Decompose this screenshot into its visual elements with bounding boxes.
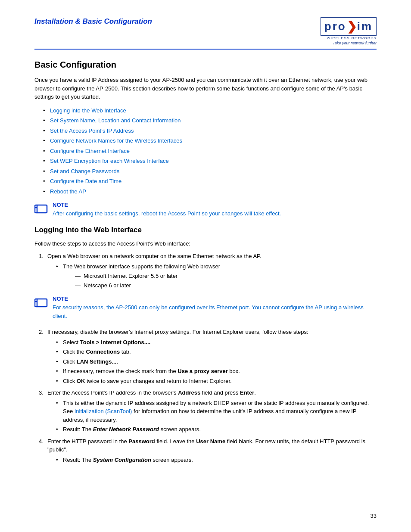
list-item: This is either the dynamic IP address as…: [56, 399, 377, 424]
link-initialization[interactable]: Initialization (ScanTool): [75, 408, 132, 414]
list-item: Set WEP Encryption for each Wireless Int…: [43, 157, 377, 165]
list-item: Microsoft Internet Explorer 5.5 or later: [75, 272, 377, 280]
step-num: 3.: [39, 389, 44, 397]
logo-text-pro: pro: [324, 20, 346, 33]
note-label-1: NOTE: [53, 202, 281, 208]
sub-list: This is either the dynamic IP address as…: [56, 399, 377, 434]
sub-list: Select Tools > Internet Options.... Clic…: [56, 338, 377, 386]
list-item: Click the Connections tab.: [56, 348, 377, 356]
logging-intro: Follow these steps to access the Access …: [34, 240, 377, 248]
link-logging[interactable]: Logging into the Web Interface: [50, 107, 126, 114]
logo-wireless: WIRELESS NETWORKS: [327, 36, 377, 40]
chapter-title: Installation & Basic Configuration: [34, 17, 152, 26]
note-content-1: NOTE After configuring the basic setting…: [53, 202, 281, 218]
page-header: Installation & Basic Configuration pro ❯…: [34, 17, 377, 50]
basic-config-intro: Once you have a valid IP Address assigne…: [34, 76, 377, 101]
list-item: The Web browser interface supports the f…: [56, 262, 377, 290]
step-num: 2.: [39, 328, 44, 336]
list-item: Logging into the Web Interface: [43, 106, 377, 115]
list-item: If necessary, remove the check mark from…: [56, 367, 377, 376]
logo-area: pro ❯ im WIRELESS NETWORKS Take your net…: [321, 17, 377, 45]
page-number: 33: [371, 513, 377, 519]
step-text: If necessary, disable the browser's Inte…: [47, 329, 308, 335]
note-text-1: After configuring the basic settings, re…: [53, 209, 281, 218]
list-item: Set System Name, Location and Contact In…: [43, 116, 377, 125]
link-date-time[interactable]: Configure the Date and Time: [50, 178, 121, 184]
page: Installation & Basic Configuration pro ❯…: [0, 0, 411, 532]
note-content-2: NOTE For security reasons, the AP-2500 c…: [53, 296, 377, 320]
sub-list: Result: The System Configuration screen …: [56, 456, 377, 464]
link-reboot[interactable]: Reboot the AP: [50, 188, 86, 195]
list-item: Click OK twice to save your changes and …: [56, 377, 377, 386]
list-item: 3. Enter the Access Point's IP address i…: [39, 389, 377, 434]
step-text: Enter the HTTP password in the Password …: [47, 438, 365, 453]
link-network-names[interactable]: Configure Network Names for the Wireless…: [50, 137, 182, 144]
list-item: Click LAN Settings....: [56, 358, 377, 366]
list-item: 4. Enter the HTTP password in the Passwo…: [39, 437, 377, 464]
link-system-name[interactable]: Set System Name, Location and Contact In…: [50, 117, 181, 124]
sub-text: The Web browser interface supports the f…: [63, 263, 220, 270]
logo-text-im: im: [357, 20, 373, 33]
step-text: Enter the Access Point's IP address in t…: [47, 389, 256, 396]
list-item: Configure Network Names for the Wireless…: [43, 137, 377, 145]
link-passwords[interactable]: Set and Change Passwords: [50, 168, 119, 174]
list-item: Select Tools > Internet Options....: [56, 338, 377, 347]
list-item: 2. If necessary, disable the browser's I…: [39, 328, 377, 385]
list-item: Result: The System Configuration screen …: [56, 456, 377, 464]
basic-config-title: Basic Configuration: [34, 60, 377, 70]
link-ip-address[interactable]: Set the Access Point's IP Address: [50, 128, 134, 134]
steps-list-2: 2. If necessary, disable the browser's I…: [39, 328, 377, 464]
step-text: Open a Web browser on a network computer…: [47, 253, 262, 259]
note-box-2: NOTE For security reasons, the AP-2500 c…: [34, 296, 377, 320]
list-item: Set the Access Point's IP Address: [43, 127, 377, 135]
logging-title: Logging into the Web Interface: [34, 226, 377, 234]
list-item: Result: The Enter Network Password scree…: [56, 425, 377, 434]
list-item: Netscape 6 or later: [75, 281, 377, 290]
list-item: 1. Open a Web browser on a network compu…: [39, 252, 377, 289]
basic-config-section: Basic Configuration Once you have a vali…: [34, 60, 377, 218]
link-wep[interactable]: Set WEP Encryption for each Wireless Int…: [50, 158, 169, 164]
link-ethernet[interactable]: Configure the Ethernet Interface: [50, 148, 130, 154]
logo-arrow-icon: ❯: [347, 19, 357, 34]
note-icon: [34, 202, 48, 215]
note-text-2: For security reasons, the AP-2500 can on…: [53, 303, 377, 320]
steps-list-1: 1. Open a Web browser on a network compu…: [39, 252, 377, 289]
list-item: Configure the Date and Time: [43, 177, 377, 186]
note-icon-2: [34, 296, 48, 308]
list-item: Reboot the AP: [43, 187, 377, 196]
list-item: Configure the Ethernet Interface: [43, 147, 377, 156]
basic-config-links: Logging into the Web Interface Set Syste…: [43, 106, 377, 196]
logo: pro ❯ im: [321, 17, 377, 36]
note-label-2: NOTE: [53, 296, 377, 302]
step-num: 1.: [39, 252, 44, 261]
step-num: 4.: [39, 437, 44, 446]
logo-tagline: Take your network further: [333, 41, 377, 45]
list-item: Set and Change Passwords: [43, 167, 377, 176]
note-box-1: NOTE After configuring the basic setting…: [34, 202, 377, 218]
sub-sub-list: Microsoft Internet Explorer 5.5 or later…: [75, 272, 377, 289]
sub-list: The Web browser interface supports the f…: [56, 262, 377, 290]
logging-section: Logging into the Web Interface Follow th…: [34, 226, 377, 464]
